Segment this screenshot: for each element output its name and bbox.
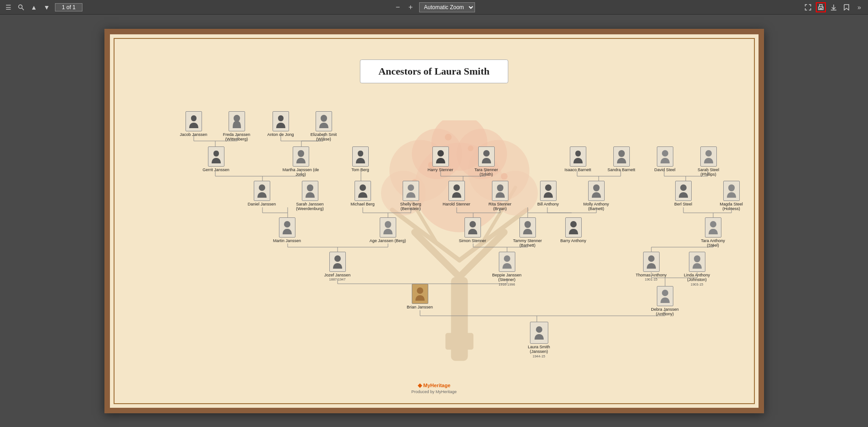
person-linda-anthony[interactable]: Linda Anthony (Johnston) 1903-15 [679,252,715,287]
brand-logo: ◆ MyHeritage [411,382,457,389]
person-tom-berg[interactable]: Tom Berg [342,146,379,173]
person-magda-steel[interactable]: Magda Steel (Holness) [713,181,750,212]
person-photo-shelly [403,181,419,201]
persons-layer: Jacob Janssen Freda Janssen (Wittenberg)… [110,34,759,408]
person-debra-janssen[interactable]: Debra Janssen (Anthony) [647,286,683,317]
svg-point-103 [662,150,668,157]
svg-point-104 [705,150,712,157]
svg-point-108 [453,184,460,191]
next-page-button[interactable]: ▼ [42,3,51,12]
person-freda-janssen[interactable]: Freda Janssen (Wittenberg) [218,111,255,142]
person-photo-sarah-steel [700,146,717,167]
person-photo-magda [723,181,740,201]
person-age-janssen[interactable]: Age Janssen (Berg) [370,217,406,243]
person-daniel-janssen[interactable]: Daniel Janssen [244,181,280,207]
myheritage-branding: ◆ MyHeritage Produced by MyHeritage [411,382,457,394]
person-photo-simon [464,217,481,238]
person-david-steel[interactable]: David Steel [647,146,683,173]
person-photo-elizabeth [316,111,332,131]
toolbar: ☰ ▲ ▼ 1 of 1 − + Automatic Zoom 50% 75% … [0,0,868,15]
person-rita-stenner[interactable]: Rita Stenner (Bryan) [482,181,519,212]
svg-point-117 [648,255,655,262]
svg-point-112 [469,221,476,227]
person-photo-rita [492,181,508,201]
person-thomas-anthony[interactable]: Thomas Anthony 1901-15 [633,252,670,282]
person-photo-daniel [254,181,270,201]
zoom-out-button[interactable]: − [393,3,403,12]
svg-point-111 [284,221,290,227]
person-photo-isaaco [570,146,586,167]
more-tools-button[interactable]: » [854,2,864,12]
person-photo-molly [588,181,605,201]
brand-tagline: Produced by MyHeritage [411,389,457,394]
person-berl-steel[interactable]: Berl Steel [665,181,702,207]
svg-point-113 [570,221,577,227]
person-tara-stenner[interactable]: Tara Stenner (Smith) [468,146,505,178]
person-jacob-janssen[interactable]: Jacob Janssen [175,111,212,137]
person-isaaco-barnett[interactable]: Isaaco Barnett [560,146,596,173]
person-photo-martin [279,217,295,238]
person-martin-janssen[interactable]: Martin Janssen [269,217,306,243]
zoom-select[interactable]: Automatic Zoom 50% 75% 100% 125% 150% 20… [419,2,475,12]
page-info: 1 of 1 [55,3,82,11]
svg-point-118 [417,287,423,294]
person-photo-sandra [613,146,630,167]
person-photo-jacob [186,111,202,131]
sidebar-toggle-button[interactable]: ☰ [4,3,13,12]
person-simon-stenner[interactable]: Simon Stenner [454,217,491,243]
person-photo-david [657,146,673,167]
person-photo-beppie [499,252,515,272]
person-sarah-steel[interactable]: Sarah Steel (Phillips) [690,146,727,178]
person-harold-stenner[interactable]: Harold Stenner [438,181,475,207]
person-photo-harold [448,181,465,201]
svg-point-109 [545,184,551,191]
svg-point-107 [408,184,414,191]
bookmark-button[interactable] [841,2,852,12]
svg-point-102 [483,150,490,157]
print-button[interactable] [816,2,826,12]
search-button[interactable] [16,3,26,12]
person-photo-thomas [643,252,660,272]
person-sandra-barnett[interactable]: Sandra Barnett [603,146,640,173]
person-brian-janssen[interactable]: Brian Janssen [402,284,438,310]
download-button[interactable] [829,2,839,12]
person-tammy-stenner[interactable]: Tammy Stenner (Barnett) [509,217,546,249]
person-michael-berg[interactable]: Michael Berg [344,181,381,207]
zoom-in-button[interactable]: + [406,3,415,12]
person-gerrit-janssen[interactable]: Gerrit Janssen [198,146,235,173]
person-harry-stenner[interactable]: Harry Stenner [422,146,459,173]
person-photo-harry [432,146,449,167]
pdf-viewer: Ancestors of Laura Smith [0,15,868,427]
person-photo-linda [689,252,705,272]
fullscreen-button[interactable] [803,2,813,12]
person-barry-anthony[interactable]: Barry Anthony [555,217,592,243]
svg-point-4 [822,7,823,8]
svg-point-119 [662,290,668,296]
prev-page-button[interactable]: ▲ [29,3,38,12]
person-elizabeth-smit[interactable]: Elizabeth Smit (Wijsse) [306,111,342,142]
person-photo-debra [657,286,673,306]
person-tara-anthony[interactable]: Tara Anthony (Steel) [695,217,732,249]
person-beppie-janssen[interactable]: Beppie Janssen (Stenner) 1916-1996 [489,252,525,287]
person-martha-janssen[interactable]: Martha Janssen (de Jong) [283,146,319,178]
person-photo-tom [352,146,369,167]
person-photo-tara-stenner [478,146,495,167]
person-laura-smith[interactable]: Laura Smith (Janssen) 1944-15 [519,322,560,359]
svg-point-106 [360,184,366,191]
person-anton-de-jong[interactable]: Anton de Jong [262,111,299,137]
person-photo-gerrit [208,146,224,167]
svg-rect-3 [819,8,822,9]
svg-point-115 [334,255,341,262]
person-photo-anton [273,111,289,131]
person-shelly-berg[interactable]: Shelly Berg (Bernstein) [393,181,429,212]
person-photo-berl [675,181,692,201]
svg-point-105 [259,184,265,191]
person-jozef-janssen[interactable]: Jozef Janssen 1887-1947 [319,252,356,282]
svg-point-114 [710,221,716,227]
person-bill-anthony[interactable]: Bill Anthony [530,181,567,207]
svg-point-0 [19,5,22,8]
person-photo-martha [293,146,309,167]
person-photo-brian [412,284,428,304]
person-molly-anthony[interactable]: Molly Anthony (Barnett) [578,181,615,212]
person-sarah-janssen[interactable]: Sarah Janssen (Weerdenburg) [292,181,328,212]
